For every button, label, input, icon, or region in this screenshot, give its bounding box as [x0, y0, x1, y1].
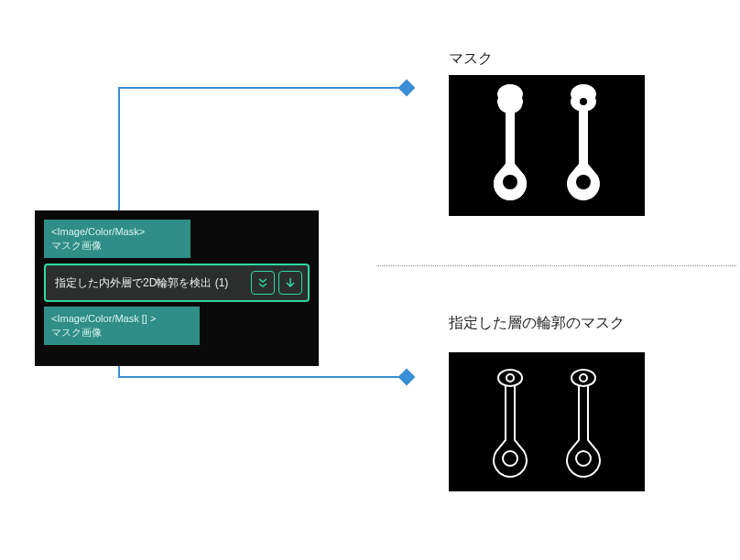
svg-point-10 [576, 451, 591, 466]
rod-outline-left-icon [487, 367, 533, 477]
svg-marker-1 [399, 370, 414, 384]
expand-button[interactable] [251, 271, 275, 295]
svg-point-8 [571, 370, 595, 386]
svg-point-6 [506, 374, 514, 382]
mask-image [449, 75, 645, 216]
input-port-name: マスク画像 [51, 239, 183, 253]
svg-point-3 [580, 98, 587, 105]
svg-point-2 [503, 175, 517, 189]
output-port-name: マスク画像 [51, 326, 192, 339]
mask-label: マスク [449, 49, 493, 69]
contour-mask-label: 指定した層の輪郭のマスク [449, 314, 625, 333]
rod-fill-left-icon [487, 91, 533, 200]
output-port-type: <Image/Color/Mask [] > [51, 312, 192, 326]
svg-point-5 [498, 370, 522, 386]
node-operation-label: 指定した内外層で2D輪郭を検出 (1) [55, 275, 247, 291]
svg-marker-0 [399, 81, 414, 95]
rod-fill-right-icon [560, 91, 606, 200]
rod-outline-right-icon [560, 367, 606, 477]
svg-point-4 [576, 175, 591, 189]
node-operation[interactable]: 指定した内外層で2D輪郭を検出 (1) [44, 264, 310, 302]
contour-mask-image [449, 352, 645, 491]
input-port-type: <Image/Color/Mask> [51, 225, 183, 239]
download-button[interactable] [278, 271, 302, 295]
arrow-down-icon [284, 276, 297, 289]
svg-point-7 [503, 451, 517, 466]
input-port: <Image/Color/Mask> マスク画像 [44, 220, 190, 258]
double-chevron-down-icon [256, 276, 269, 289]
node-panel: <Image/Color/Mask> マスク画像 指定した内外層で2D輪郭を検出… [35, 210, 319, 366]
output-port: <Image/Color/Mask [] > マスク画像 [44, 307, 200, 345]
divider [377, 265, 736, 266]
svg-point-9 [580, 374, 587, 382]
